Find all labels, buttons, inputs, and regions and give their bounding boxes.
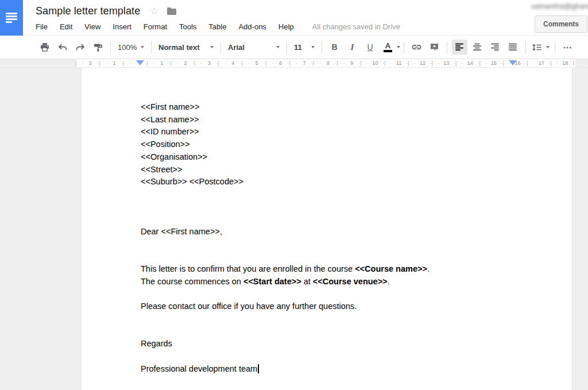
star-icon[interactable]: ☆: [150, 6, 158, 16]
menu-item-insert[interactable]: Insert: [113, 22, 131, 31]
doc-line: Dear <<First name>>,: [141, 226, 512, 238]
folder-icon[interactable]: [167, 7, 176, 15]
ruler-cell: |·10·: [361, 59, 384, 67]
ruler[interactable]: |·2·|·1·|··|·1·|·2·|·3·|·4·|·5·|·6·|·7·|…: [0, 59, 588, 68]
ruler-cell: |·12·: [408, 59, 431, 67]
text-cursor: [258, 364, 259, 373]
doc-line: [141, 350, 512, 363]
doc-line: Regards: [141, 338, 512, 350]
menu-item-table[interactable]: Table: [208, 22, 226, 31]
doc-line: [141, 201, 512, 214]
bold-button[interactable]: B: [327, 40, 342, 55]
doc-line: <<Suburb>> <<Postcode>>: [141, 176, 512, 188]
insert-link-button[interactable]: [409, 40, 424, 55]
doc-line: <<Position>>: [141, 138, 512, 151]
menu-item-format[interactable]: Format: [144, 22, 167, 31]
text-color-dropdown[interactable]: [397, 46, 400, 48]
doc-line: <<Street>>: [141, 164, 512, 176]
ruler-cell: |·9·: [336, 59, 360, 67]
menu-bar: FileEditViewInsertFormatToolsTableAdd-on…: [36, 21, 400, 32]
doc-line: [141, 213, 512, 226]
document-canvas: <<First name>><<Last name>><<ID number>>…: [0, 68, 588, 390]
ruler-cell: |·4·: [218, 59, 241, 67]
menu-item-file[interactable]: File: [36, 22, 48, 31]
doc-line: Professional development team: [141, 363, 512, 376]
zoom-select[interactable]: 100%: [114, 40, 148, 55]
ruler-cell: |·3·: [194, 59, 218, 67]
doc-line: <<ID number>>: [141, 126, 512, 138]
menu-item-edit[interactable]: Edit: [60, 22, 72, 31]
app-header: Sample letter template ☆ FileEditViewIns…: [0, 0, 588, 36]
doc-line: [141, 313, 512, 326]
undo-button[interactable]: [55, 40, 70, 55]
ruler-cell: |·2·: [75, 59, 99, 67]
document-page[interactable]: <<First name>><<Last name>><<ID number>>…: [81, 68, 572, 390]
doc-line: The course commences on <<Start date>> a…: [141, 276, 512, 288]
doc-line: <<Organisation>>: [141, 151, 512, 164]
doc-line: [141, 326, 512, 338]
menu-item-tools[interactable]: Tools: [179, 22, 196, 31]
ruler-cell: |··: [123, 59, 146, 67]
comments-button[interactable]: Comments: [535, 16, 587, 33]
underline-button[interactable]: U: [362, 40, 378, 55]
ruler-cell: |·13·: [432, 59, 455, 67]
ruler-cell: |·11·: [384, 59, 408, 67]
more-options-button[interactable]: ⋯: [560, 40, 575, 55]
ruler-ticks: |·2·|·1·|··|·1·|·2·|·3·|·4·|·5·|·6·|·7·|…: [75, 59, 574, 67]
ruler-cell: |·15·: [479, 59, 502, 67]
menu-items: FileEditViewInsertFormatToolsTableAdd-on…: [36, 22, 306, 31]
paragraph-style-select[interactable]: Normal text: [155, 40, 217, 55]
ruler-cell: |·8·: [313, 59, 336, 67]
ruler-cell: |·17·: [527, 59, 550, 67]
user-email-redacted: samantha@ghanes: [531, 2, 588, 10]
doc-line: [141, 250, 512, 263]
menu-item-view[interactable]: View: [84, 22, 100, 31]
add-comment-button[interactable]: [427, 40, 442, 55]
paint-format-button[interactable]: [90, 40, 106, 55]
doc-line: [141, 238, 512, 251]
toolbar: 100% Normal text Arial 11 B I U A ⋯: [0, 36, 588, 59]
align-left-button[interactable]: [452, 40, 467, 55]
ruler-cell: |·1·: [99, 59, 122, 67]
chevron-down-icon: [546, 46, 550, 48]
line-spacing-button[interactable]: [531, 40, 550, 55]
font-size-select[interactable]: 11: [291, 40, 318, 55]
text-color-button[interactable]: A: [380, 40, 396, 55]
print-button[interactable]: [37, 40, 52, 55]
redo-button[interactable]: [72, 40, 88, 55]
doc-line: Please contact our office if you have an…: [141, 300, 512, 313]
doc-line: This letter is to confirm that you are e…: [141, 263, 512, 276]
doc-content: <<First name>><<Last name>><<ID number>>…: [141, 101, 512, 375]
ruler-cell: |·16·: [503, 59, 527, 67]
ruler-cell: |·5·: [242, 59, 265, 67]
ruler-cell: |·14·: [455, 59, 479, 67]
save-status[interactable]: All changes saved in Drive: [312, 22, 400, 31]
chevron-down-icon: [141, 46, 144, 48]
chevron-down-icon: [311, 46, 315, 48]
ruler-cell: |·7·: [289, 59, 312, 67]
docs-logo-icon[interactable]: [0, 0, 23, 36]
doc-line: <<Last name>>: [141, 114, 512, 126]
align-justify-button[interactable]: [505, 40, 521, 55]
doc-line: [141, 288, 512, 301]
italic-button[interactable]: I: [345, 40, 360, 55]
document-title[interactable]: Sample letter template: [36, 5, 140, 17]
ruler-cell: |·18·: [551, 59, 574, 67]
ruler-cell: |·1·: [146, 59, 170, 67]
doc-line: <<First name>>: [141, 101, 512, 114]
chevron-down-icon: [276, 46, 280, 48]
font-family-select[interactable]: Arial: [225, 40, 283, 55]
doc-line: [141, 188, 512, 201]
align-right-button[interactable]: [488, 40, 503, 55]
chevron-down-icon: [210, 46, 214, 48]
menu-item-addons[interactable]: Add-ons: [238, 22, 266, 31]
ruler-cell: |·6·: [265, 59, 289, 67]
ruler-cell: |·2·: [171, 59, 194, 67]
menu-item-help[interactable]: Help: [278, 22, 294, 31]
align-center-button[interactable]: [470, 40, 485, 55]
